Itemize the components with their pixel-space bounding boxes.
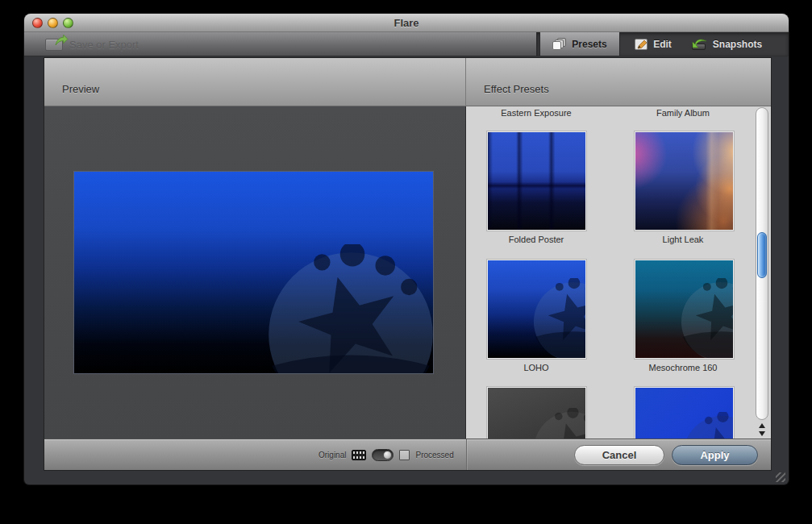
preset-thumbnail-loho[interactable] <box>487 260 586 359</box>
preset-thumbnail-partial-right[interactable] <box>635 387 734 439</box>
effect-presets-panel: Eastern Exposure Family Album Folded Pos… <box>466 106 771 439</box>
resize-grip[interactable] <box>776 472 785 482</box>
flare-logo-watermark <box>530 278 586 359</box>
processed-checkbox-icon[interactable] <box>399 450 410 460</box>
preview-image <box>74 172 433 373</box>
export-image-icon <box>45 39 63 51</box>
original-label: Original <box>319 451 346 460</box>
filmstrip-icon[interactable] <box>352 450 366 460</box>
tab-edit[interactable]: Edit <box>620 32 686 56</box>
preset-thumbnail-partial-left[interactable] <box>487 387 586 439</box>
apply-button[interactable]: Apply <box>672 445 758 465</box>
preview-header-label: Preview <box>44 69 99 95</box>
edit-pencil-icon <box>635 39 648 50</box>
scroll-up-arrow[interactable] <box>759 423 765 428</box>
tab-snapshots-label: Snapshots <box>713 39 762 50</box>
preset-label-mesochrome-160: Mesochrome 160 <box>614 363 752 372</box>
processed-label: Processed <box>415 451 453 460</box>
window-title: Flare <box>24 17 789 29</box>
preset-label-loho: LOHO <box>468 363 605 372</box>
toolbar: Save or Export Presets Edit <box>24 32 789 56</box>
preset-label-folded-poster: Folded Poster <box>468 235 605 244</box>
preview-panel-header: Preview <box>44 58 466 106</box>
effect-presets-header: Effect Presets <box>466 58 771 106</box>
preset-label-light-leak: Light Leak <box>614 235 752 244</box>
tab-presets-label: Presets <box>572 39 606 50</box>
scrollbar-track[interactable] <box>756 107 768 420</box>
preset-thumbnail-folded-poster[interactable] <box>487 131 586 231</box>
snapshots-arrow-icon <box>691 38 707 50</box>
cancel-button-label: Cancel <box>602 449 637 461</box>
preset-thumbnail-light-leak[interactable] <box>635 131 734 231</box>
bottom-bar: Original Processed Cancel Apply <box>44 439 771 470</box>
save-or-export-button[interactable]: Save or Export <box>45 35 139 54</box>
toggle-knob[interactable] <box>383 451 392 460</box>
titlebar[interactable]: Flare <box>24 14 789 32</box>
scroll-down-arrow[interactable] <box>759 431 765 436</box>
preset-label-eastern-exposure: Eastern Exposure <box>468 108 605 118</box>
main-content: Preview Effect Presets Eastern Exposure … <box>44 58 771 470</box>
tab-snapshots[interactable]: Snapshots <box>686 32 767 56</box>
cancel-button[interactable]: Cancel <box>574 445 664 465</box>
tab-strip: Presets Edit Snapshots <box>536 32 789 56</box>
original-processed-control: Original Processed <box>319 439 454 470</box>
flare-logo-watermark <box>680 412 734 439</box>
tab-presets[interactable]: Presets <box>539 32 620 56</box>
preset-label-family-album: Family Album <box>614 108 752 118</box>
original-processed-toggle[interactable] <box>372 449 394 461</box>
effect-presets-header-label: Effect Presets <box>466 69 549 95</box>
tab-edit-label: Edit <box>653 39 672 50</box>
preview-panel <box>44 106 466 439</box>
apply-button-label: Apply <box>700 449 729 461</box>
panel-divider <box>466 439 467 470</box>
presets-stack-icon <box>552 38 566 50</box>
app-window: Flare Save or Export Presets <box>24 14 789 484</box>
save-or-export-label: Save or Export <box>69 39 139 51</box>
flare-logo-watermark <box>530 408 586 439</box>
flare-logo-watermark <box>260 244 433 373</box>
flare-logo-watermark <box>677 278 734 359</box>
scrollbar-thumb[interactable] <box>757 232 767 278</box>
preset-thumbnail-mesochrome-160[interactable] <box>635 260 734 359</box>
